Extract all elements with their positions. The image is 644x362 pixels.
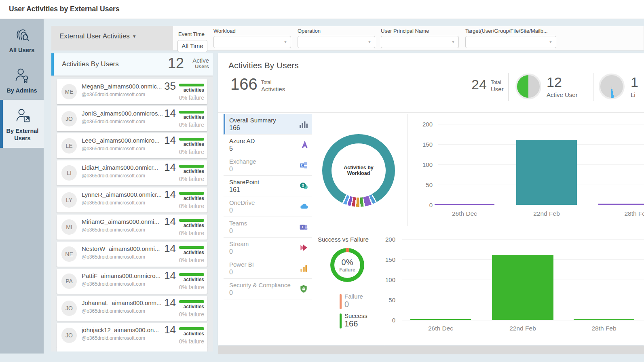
activities-count: 14 (164, 242, 176, 255)
y-tick: 200 (371, 236, 395, 243)
person-external-icon (13, 106, 32, 125)
page-title: User Activities by External Users (9, 5, 120, 13)
activities-count: 14 (164, 161, 176, 174)
user-email: @o365droid.onmicrosoft.com (82, 227, 145, 233)
y-tick: 0 (371, 317, 395, 324)
powerbi-icon (299, 264, 308, 273)
active-users-label: Active (192, 57, 209, 64)
user-name: JoniS_aimams000.onmicros... (82, 110, 163, 117)
y-tick: 50 (408, 181, 433, 188)
active-user-value: 12 (547, 74, 562, 90)
user-name: MeganB_aimams000.onmic... (82, 83, 162, 90)
activities-label: activities (184, 114, 204, 120)
workload-item-security-compliance[interactable]: Security & Compliance 0 (224, 279, 312, 299)
total-activities-label: Activities (261, 86, 285, 93)
user-activity-card[interactable]: NENestorW_aimams000.onmi...@o365droid.on… (57, 242, 207, 267)
activities-count: 14 (164, 215, 176, 228)
workload-item-onedrive[interactable]: OneDrive 0 (224, 196, 312, 217)
activities-label: activities (184, 223, 204, 228)
workload-filter-dropdown[interactable]: ▼ (213, 36, 291, 48)
teams-icon: T (299, 223, 308, 232)
event-time-button[interactable]: All Time (177, 40, 207, 52)
failure-percent: 0% failure (179, 311, 204, 318)
security-compliance-icon (299, 284, 308, 293)
user-principal-name-filter-label: User Principal Name (381, 28, 429, 34)
user-activity-card[interactable]: JOJohannaL_aimams000.onm...@o365droid.on… (57, 296, 207, 321)
bar-22nd-feb (492, 255, 553, 320)
user-activity-card[interactable]: JOJoniS_aimams000.onmicros...@o365droid.… (57, 106, 207, 131)
user-email: @o365droid.onmicrosoft.com (82, 254, 145, 260)
total-user-label: User (491, 86, 504, 93)
activities-bar (179, 111, 204, 114)
operation-filter-label: Operation (298, 28, 321, 34)
user-email: @o365droid.onmicrosoft.com (82, 92, 145, 97)
failure-percent: 0% failure (179, 95, 204, 101)
activities-count: 14 (164, 269, 176, 282)
sidebar-item-all-users[interactable]: All Users (0, 19, 44, 59)
workload-item-stream[interactable]: Stream 0 (224, 238, 312, 258)
user-activity-card-partial[interactable] (57, 347, 207, 351)
user-email: @o365droid.onmicrosoft.com (82, 146, 145, 152)
user-activity-card[interactable]: LILidiaH_aimams000.onmicr...@o365droid.o… (57, 160, 207, 185)
divider (385, 228, 385, 345)
sidebar-item-by-admins[interactable]: By Admins (0, 59, 44, 100)
bar-26th-dec (435, 204, 494, 205)
activities-bar (179, 219, 204, 222)
user-activity-card[interactable]: LYLynneR_aimams000.onmicr...@o365droid.o… (57, 187, 207, 213)
total-activities-value: 166 (230, 75, 258, 93)
target-filter-label: Target(User/Group/File/Site/Mailb... (465, 28, 548, 34)
activities-label: activities (184, 250, 204, 255)
activities-bar (179, 192, 204, 195)
sidebar-item-by-external-users[interactable]: By External Users (0, 100, 44, 147)
user-activity-card[interactable]: JOjohnjack12_aimams000.on...@o365droid.o… (57, 323, 207, 348)
user-principal-name-filter-dropdown[interactable]: ▼ (381, 36, 459, 48)
user-name: MiriamG_aimams000.onmi... (82, 218, 159, 225)
success-swatch (340, 314, 342, 328)
svg-text:T: T (301, 225, 304, 229)
x-tick: 26th Dec (440, 210, 489, 217)
avatar: JO (61, 301, 77, 316)
workload-item-overall-summary[interactable]: Overall Summary 166 (224, 114, 312, 135)
user-activity-card[interactable]: LELeeG_aimams000.onmicro...@o365droid.on… (57, 133, 207, 158)
workload-donut-label: Activities by Workload (332, 165, 385, 176)
activities-label: activities (184, 277, 204, 282)
avatar: JO (61, 328, 77, 343)
failure-percent: 0% failure (179, 230, 204, 236)
divider (593, 73, 593, 101)
workload-item-powerbi[interactable]: Power BI 0 (224, 258, 312, 279)
workload-item-sharepoint[interactable]: SharePoint 161 S (224, 176, 312, 196)
y-tick: 0 (408, 202, 433, 208)
workload-item-teams[interactable]: Teams 0 T (224, 217, 312, 238)
view-selector-dropdown[interactable]: External User Activities (59, 32, 130, 40)
svg-text:S: S (302, 183, 304, 187)
bar-28th-feb (598, 204, 644, 205)
failure-percent: 0% failure (179, 149, 204, 155)
user-name: LeeG_aimams000.onmicro... (82, 137, 160, 144)
horizontal-scrollbar[interactable] (218, 346, 644, 354)
active-users-count: 12 (168, 55, 184, 72)
azure-ad-icon (299, 140, 308, 149)
user-email: @o365droid.onmicrosoft.com (82, 173, 145, 179)
failure-percent: 0% failure (179, 176, 204, 182)
y-tick: 100 (371, 276, 395, 283)
failure-percent-label: Failure (339, 267, 355, 273)
failure-percent: 0% failure (179, 338, 204, 345)
user-email: @o365droid.onmicrosoft.com (82, 119, 145, 124)
user-activity-card[interactable]: MIMiriamG_aimams000.onmi...@o365droid.on… (57, 215, 207, 240)
user-email: @o365droid.onmicrosoft.com (82, 281, 145, 287)
activities-label: activities (184, 331, 204, 337)
divider (508, 73, 509, 101)
user-name: LidiaH_aimams000.onmicr... (82, 164, 158, 171)
user-name: LynneR_aimams000.onmicr... (82, 191, 162, 198)
user-activity-card[interactable]: PAPattiF_aimams000.onmicro...@o365droid.… (57, 269, 207, 294)
active-user-pie (515, 74, 541, 99)
workload-item-azure-ad[interactable]: Azure AD 5 (224, 135, 312, 155)
x-tick: 26th Dec (416, 325, 465, 332)
activities-label: activities (184, 87, 204, 93)
target-filter-dropdown[interactable]: ▼ (465, 36, 556, 48)
operation-filter-dropdown[interactable]: ▼ (298, 36, 375, 48)
sidebar-item-label: All Users (9, 46, 35, 54)
divider (218, 112, 644, 113)
workload-item-exchange[interactable]: Exchange 0 E (224, 155, 312, 176)
user-activity-card[interactable]: MEMeganB_aimams000.onmic...@o365droid.on… (57, 79, 207, 104)
